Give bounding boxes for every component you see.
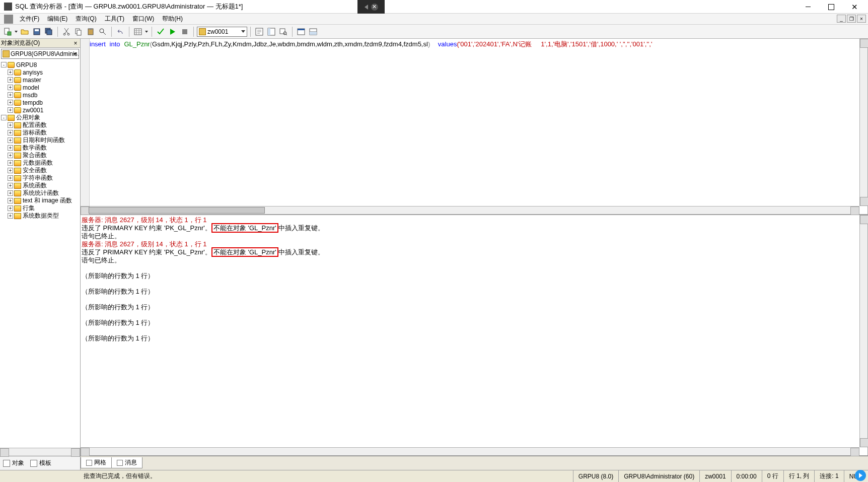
- new-query-dropdown[interactable]: [14, 31, 18, 33]
- tree-node[interactable]: +text 和 image 函数: [0, 197, 80, 204]
- ob-tab-objects[interactable]: 对象: [3, 459, 24, 467]
- messages-pane[interactable]: 服务器: 消息 2627，级别 14，状态 1，行 1 违反了 PRIMARY …: [81, 215, 867, 456]
- open-button[interactable]: [19, 26, 30, 37]
- tab-grid[interactable]: 网格: [81, 457, 112, 468]
- sql-editor[interactable]: insert into GL_Pznr(Gsdm,Kjqj,Pzly,Pzh,F…: [81, 39, 867, 215]
- cut-button[interactable]: [61, 26, 72, 37]
- editor-hscroll-thumb[interactable]: [89, 207, 265, 214]
- tree-expander[interactable]: +: [8, 100, 13, 105]
- messages-hscrollbar[interactable]: [81, 447, 859, 455]
- tree-node[interactable]: -公用对象: [0, 114, 80, 121]
- tree-expander[interactable]: +: [8, 92, 13, 98]
- tree-node[interactable]: +系统函数: [0, 182, 80, 189]
- tree-node[interactable]: +字符串函数: [0, 174, 80, 182]
- results-mode-button[interactable]: [132, 26, 143, 37]
- tree-expander[interactable]: +: [8, 205, 13, 211]
- editor-vscrollbar[interactable]: [859, 39, 867, 206]
- tree-node[interactable]: +配置函数: [0, 121, 80, 129]
- tree-expander[interactable]: +: [8, 107, 13, 113]
- play-widget-button[interactable]: [855, 470, 866, 481]
- tree-node[interactable]: +系统数据类型: [0, 212, 80, 220]
- folder-icon: [14, 160, 21, 166]
- menu-tools[interactable]: 工具(T): [101, 15, 128, 23]
- parse-button[interactable]: [155, 26, 166, 37]
- find-button[interactable]: [97, 26, 108, 37]
- tree-node[interactable]: +数学函数: [0, 144, 80, 152]
- object-browser-tree[interactable]: -GRPU8+anyisys+master+model+msdb+tempdb+…: [0, 60, 80, 448]
- tree-expander[interactable]: +: [8, 145, 13, 151]
- paste-button[interactable]: [85, 26, 96, 37]
- tree-expander[interactable]: +: [8, 183, 13, 188]
- tree-node[interactable]: +master: [0, 76, 80, 84]
- cancel-execute-button[interactable]: [179, 26, 190, 37]
- tree-expander[interactable]: +: [8, 213, 13, 219]
- tree-node[interactable]: +系统统计函数: [0, 189, 80, 197]
- results-mode-dropdown[interactable]: [144, 31, 149, 33]
- object-browser-toggle-button[interactable]: [266, 26, 277, 37]
- tree-expander[interactable]: +: [8, 175, 13, 181]
- close-button[interactable]: ✕: [843, 0, 866, 14]
- folder-icon: [14, 153, 21, 159]
- tree-expander[interactable]: +: [8, 190, 13, 196]
- tree-node[interactable]: +anyisys: [0, 68, 80, 76]
- statusbar: 批查询已完成，但有错误。 GRPU8 (8.0) GRPU8\Administr…: [0, 470, 868, 482]
- execute-button[interactable]: [167, 26, 178, 37]
- object-browser-hscrollbar[interactable]: [0, 448, 80, 456]
- maximize-button[interactable]: [820, 0, 843, 14]
- copy-button[interactable]: [73, 26, 84, 37]
- menu-file[interactable]: 文件(F): [16, 15, 43, 23]
- object-browser-server-combo[interactable]: GRPU8(GRPU8\Adminis…: [1, 49, 79, 59]
- minimize-button[interactable]: [797, 0, 820, 14]
- tree-node-label: 系统数据类型: [23, 212, 59, 220]
- tree-expander[interactable]: +: [8, 153, 13, 158]
- tree-node[interactable]: +聚合函数: [0, 152, 80, 159]
- menu-window[interactable]: 窗口(W): [128, 15, 158, 23]
- current-window-button[interactable]: [296, 26, 307, 37]
- svg-rect-20: [298, 29, 305, 30]
- mdi-minimize-button[interactable]: _: [837, 15, 846, 23]
- tree-expander[interactable]: -: [1, 115, 7, 120]
- save-button[interactable]: [31, 26, 42, 37]
- tree-node[interactable]: +msdb: [0, 91, 80, 99]
- object-search-button[interactable]: [278, 26, 289, 37]
- tree-expander[interactable]: +: [8, 85, 13, 90]
- main-area: 对象浏览器(O) × GRPU8(GRPU8\Adminis… -GRPU8+a…: [0, 39, 868, 456]
- messages-vscrollbar[interactable]: [859, 215, 867, 447]
- tree-node[interactable]: +行集: [0, 204, 80, 212]
- tree-expander[interactable]: +: [8, 160, 13, 166]
- tree-node[interactable]: +zw0001: [0, 106, 80, 114]
- tree-node[interactable]: +日期和时间函数: [0, 136, 80, 144]
- undo-button[interactable]: [115, 26, 126, 37]
- tree-node[interactable]: +tempdb: [0, 99, 80, 106]
- tree-node[interactable]: +安全函数: [0, 167, 80, 174]
- tree-expander[interactable]: -: [1, 62, 7, 67]
- tree-expander[interactable]: +: [8, 130, 13, 135]
- tree-node[interactable]: +游标函数: [0, 129, 80, 136]
- widget-close-icon[interactable]: ✕: [371, 4, 378, 11]
- titlebar-widget[interactable]: ✕: [357, 0, 385, 14]
- tab-messages[interactable]: 消息: [111, 457, 142, 468]
- tree-node[interactable]: -GRPU8: [0, 61, 80, 68]
- save-all-button[interactable]: [43, 26, 54, 37]
- menu-edit[interactable]: 编辑(E): [43, 15, 71, 23]
- editor-hscrollbar[interactable]: [81, 206, 859, 214]
- tree-expander[interactable]: +: [8, 137, 13, 143]
- new-query-button[interactable]: [2, 26, 13, 37]
- menu-help[interactable]: 帮助(H): [158, 15, 187, 23]
- tree-node[interactable]: +model: [0, 84, 80, 91]
- tree-expander[interactable]: +: [8, 198, 13, 203]
- ob-tab-templates[interactable]: 模板: [30, 459, 51, 467]
- tree-expander[interactable]: +: [8, 77, 13, 83]
- tree-expander[interactable]: +: [8, 70, 13, 75]
- editor-code[interactable]: insert into GL_Pznr(Gsdm,Kjqj,Pzly,Pzh,F…: [90, 40, 859, 49]
- tree-expander[interactable]: +: [8, 168, 13, 173]
- estimated-plan-button[interactable]: [254, 26, 265, 37]
- tree-expander[interactable]: +: [8, 122, 13, 128]
- mdi-close-button[interactable]: ×: [857, 15, 866, 23]
- menu-query[interactable]: 查询(Q): [71, 15, 100, 23]
- database-selector[interactable]: zw0001: [197, 27, 247, 37]
- mdi-restore-button[interactable]: ❐: [847, 15, 856, 23]
- show-results-pane-button[interactable]: [308, 26, 319, 37]
- object-browser-close-button[interactable]: ×: [72, 40, 79, 47]
- tree-node[interactable]: +元数据函数: [0, 159, 80, 167]
